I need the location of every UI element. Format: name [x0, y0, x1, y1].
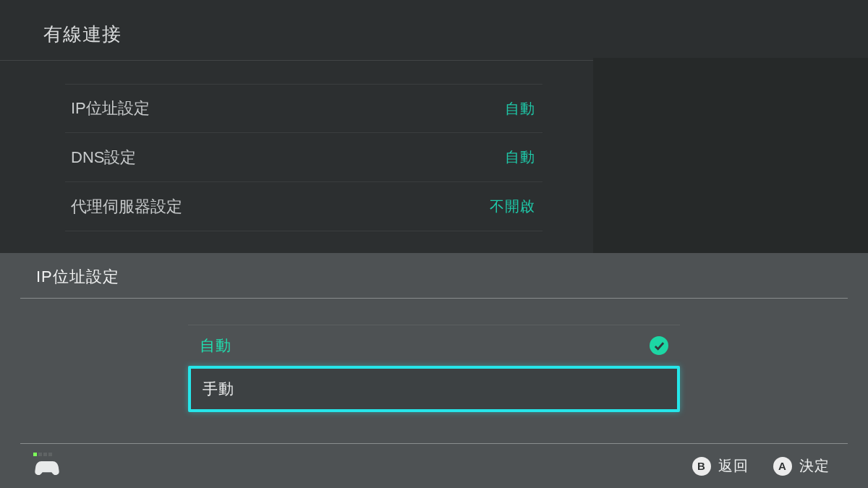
controller-icon	[33, 466, 61, 479]
settings-list: IP位址設定 自動 DNS設定 自動 代理伺服器設定 不開啟	[65, 61, 542, 231]
row-ip-settings[interactable]: IP位址設定 自動	[65, 84, 542, 133]
a-button-icon: A	[773, 457, 792, 476]
footer-hints: B 返回 A 決定	[692, 456, 830, 476]
hint-back[interactable]: B 返回	[692, 456, 749, 476]
side-panel	[593, 58, 868, 253]
controller-indicator	[33, 453, 61, 479]
row-value: 自動	[505, 147, 535, 167]
hint-label: 決定	[799, 456, 830, 476]
dialog-panel: IP位址設定 自動 手動	[0, 253, 868, 488]
row-proxy-settings[interactable]: 代理伺服器設定 不開啟	[65, 182, 542, 231]
dialog-options: 自動 手動	[188, 325, 680, 412]
footer-bar: B 返回 A 決定	[20, 443, 848, 488]
row-label: 代理伺服器設定	[71, 196, 182, 218]
row-label: IP位址設定	[71, 98, 150, 119]
option-label: 自動	[200, 335, 231, 356]
option-label: 手動	[203, 379, 234, 399]
row-label: DNS設定	[71, 147, 136, 168]
player-leds-icon	[33, 453, 61, 456]
hint-confirm[interactable]: A 決定	[773, 456, 830, 476]
row-value: 不開啟	[490, 197, 535, 216]
hint-label: 返回	[718, 456, 749, 476]
option-manual[interactable]: 手動	[188, 366, 680, 412]
row-dns-settings[interactable]: DNS設定 自動	[65, 133, 542, 182]
divider	[20, 298, 848, 299]
row-value: 自動	[505, 99, 535, 119]
b-button-icon: B	[692, 457, 711, 476]
check-icon	[650, 336, 668, 355]
dialog-title: IP位址設定	[0, 253, 868, 298]
option-auto[interactable]: 自動	[188, 325, 680, 367]
page-title: 有線連接	[0, 0, 868, 61]
